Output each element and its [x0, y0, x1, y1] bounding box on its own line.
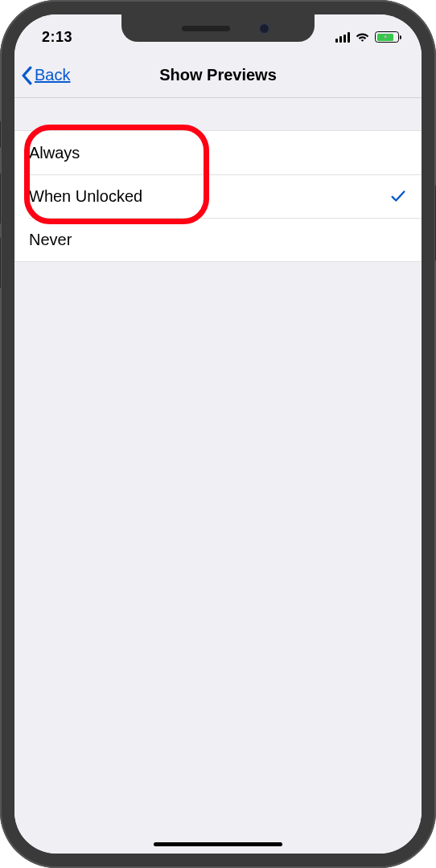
charging-bolt-icon: ⚡︎	[383, 34, 388, 41]
option-label: When Unlocked	[29, 187, 142, 206]
status-indicators: ⚡︎	[335, 25, 400, 43]
chevron-left-icon	[21, 66, 33, 85]
home-indicator[interactable]	[154, 842, 282, 846]
speaker-grille	[182, 26, 230, 31]
wifi-icon	[355, 31, 370, 43]
back-button[interactable]: Back	[21, 65, 70, 85]
navigation-bar: Back Show Previews	[14, 53, 422, 98]
option-never[interactable]: Never	[14, 218, 422, 261]
option-label: Never	[29, 231, 72, 249]
front-camera	[259, 23, 269, 34]
back-label: Back	[35, 66, 70, 84]
volume-down-button	[0, 237, 1, 289]
option-when-unlocked[interactable]: When Unlocked	[14, 174, 422, 218]
notch	[121, 14, 315, 42]
volume-up-button	[0, 173, 1, 224]
cellular-signal-icon	[335, 32, 351, 43]
status-time: 2:13	[42, 23, 72, 46]
option-always[interactable]: Always	[14, 131, 422, 174]
option-label: Always	[29, 144, 80, 162]
options-group: Always When Unlocked Never	[14, 130, 422, 262]
screen: 2:13 ⚡︎ Back Show Previews	[14, 14, 422, 854]
battery-fill: ⚡︎	[377, 34, 393, 41]
device-frame: 2:13 ⚡︎ Back Show Previews	[0, 0, 436, 868]
content-area: Always When Unlocked Never	[14, 98, 422, 854]
mute-switch	[0, 121, 1, 148]
battery-icon: ⚡︎	[375, 31, 399, 43]
checkmark-icon	[389, 187, 407, 205]
page-title: Show Previews	[159, 66, 277, 84]
